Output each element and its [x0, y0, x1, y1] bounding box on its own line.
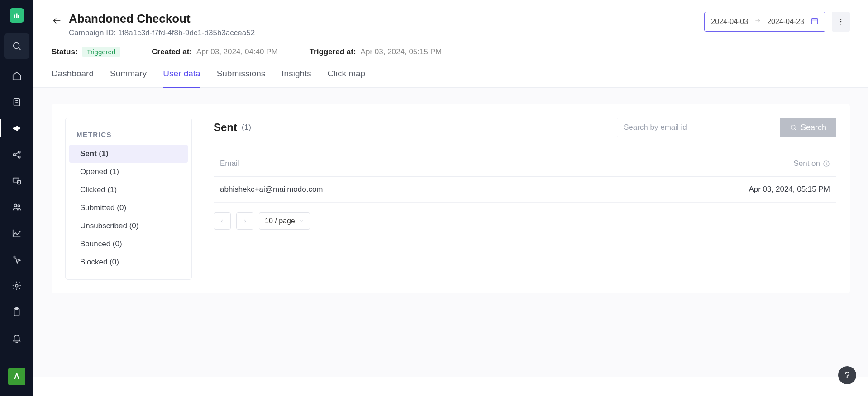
svg-point-30: [791, 125, 795, 129]
metric-unsubscribed[interactable]: Unsubscribed (0): [69, 217, 188, 235]
arrow-left-icon: [52, 16, 62, 26]
sent-panel: Sent (1) Search Email: [214, 118, 836, 280]
tab-dashboard[interactable]: Dashboard: [52, 69, 94, 87]
metric-sent[interactable]: Sent (1): [69, 145, 188, 163]
tabs: Dashboard Summary User data Submissions …: [33, 57, 868, 88]
triggered-value: Apr 03, 2024, 05:15 PM: [361, 47, 442, 57]
metric-bounced[interactable]: Bounced (0): [69, 235, 188, 253]
status-badge: Triggered: [82, 47, 120, 57]
prev-page-button[interactable]: [214, 212, 231, 230]
user-avatar[interactable]: A: [8, 368, 25, 385]
nav-notifications[interactable]: [4, 331, 29, 345]
user-data-panel: METRICS Sent (1) Opened (1) Clicked (1) …: [52, 104, 850, 293]
page-title: Abandoned Checkout: [69, 12, 255, 26]
date-range-picker[interactable]: 2024-04-03 2024-04-23: [704, 12, 825, 32]
date-range-start: 2024-04-03: [711, 18, 748, 26]
metric-opened[interactable]: Opened (1): [69, 163, 188, 181]
svg-point-27: [840, 19, 842, 20]
metric-clicked[interactable]: Clicked (1): [69, 181, 188, 199]
email-search: Search: [617, 118, 836, 137]
nav-forms[interactable]: [4, 174, 29, 188]
nav-automation[interactable]: [4, 252, 29, 267]
help-button[interactable]: ?: [838, 366, 856, 384]
row-email: abhishekc+ai@mailmodo.com: [220, 185, 323, 194]
svg-line-12: [15, 152, 18, 154]
tab-submissions[interactable]: Submissions: [217, 69, 266, 87]
svg-point-17: [18, 205, 20, 207]
sidebar: A: [0, 0, 33, 396]
nav-home[interactable]: [4, 69, 29, 83]
metrics-heading: METRICS: [66, 126, 191, 145]
campaign-id-value: 1f8a1c3d-f7fd-4f8b-9dc1-d35b3accea52: [118, 28, 255, 37]
calendar-icon: [811, 17, 819, 27]
device-icon: [12, 176, 22, 186]
nav-tasks[interactable]: [4, 305, 29, 319]
svg-point-28: [840, 21, 842, 23]
cursor-sparkle-icon: [12, 255, 22, 264]
chevron-right-icon: [242, 218, 248, 224]
table-header: Email Sent on: [214, 151, 836, 177]
svg-line-13: [15, 155, 18, 157]
sent-title: Sent: [214, 121, 237, 134]
campaign-id-label: Campaign ID:: [69, 28, 116, 37]
sidebar-search-button[interactable]: [4, 33, 29, 59]
bar-chart-icon: [13, 11, 21, 19]
created-value: Apr 03, 2024, 04:40 PM: [196, 47, 278, 57]
status-row: Status: Triggered Created at: Apr 03, 20…: [33, 38, 868, 57]
users-icon: [12, 202, 22, 212]
home-icon: [12, 71, 22, 81]
metric-submitted[interactable]: Submitted (0): [69, 199, 188, 217]
svg-point-29: [840, 24, 842, 25]
page-header: Abandoned Checkout Campaign ID: 1f8a1c3d…: [33, 0, 868, 38]
gear-icon: [12, 281, 22, 291]
col-email: Email: [220, 159, 239, 168]
svg-point-34: [826, 162, 826, 162]
tab-summary[interactable]: Summary: [110, 69, 147, 87]
chevron-down-icon: [299, 217, 304, 225]
nav-templates[interactable]: [4, 95, 29, 109]
svg-rect-23: [811, 19, 818, 24]
nav-contacts[interactable]: [4, 200, 29, 214]
document-icon: [12, 97, 22, 107]
table-row: abhishekc+ai@mailmodo.com Apr 03, 2024, …: [214, 177, 836, 203]
nav-campaigns[interactable]: [4, 121, 29, 136]
tab-click-map[interactable]: Click map: [328, 69, 365, 87]
app-logo[interactable]: [10, 8, 24, 23]
svg-point-16: [14, 204, 17, 207]
back-button[interactable]: [52, 15, 62, 26]
svg-rect-2: [18, 15, 19, 18]
nav-analytics[interactable]: [4, 226, 29, 240]
search-input[interactable]: [617, 118, 780, 137]
search-button[interactable]: Search: [780, 118, 836, 137]
tab-user-data[interactable]: User data: [163, 69, 200, 88]
next-page-button[interactable]: [236, 212, 253, 230]
page-size-select[interactable]: 10 / page: [259, 212, 310, 230]
megaphone-icon: [12, 123, 22, 133]
svg-rect-0: [14, 15, 15, 19]
campaign-id-line: Campaign ID: 1f8a1c3d-f7fd-4f8b-9dc1-d35…: [69, 28, 255, 38]
status-label: Status:: [52, 47, 78, 57]
info-icon[interactable]: [823, 160, 830, 167]
nav-settings[interactable]: [4, 278, 29, 293]
tab-insights[interactable]: Insights: [281, 69, 311, 87]
kebab-icon: [837, 18, 845, 26]
nav-integrations[interactable]: [4, 147, 29, 162]
arrow-right-icon: [754, 18, 761, 26]
share-icon: [12, 150, 22, 160]
created-label: Created at:: [152, 47, 192, 57]
main-content: Abandoned Checkout Campaign ID: 1f8a1c3d…: [33, 0, 868, 396]
search-icon: [790, 124, 797, 131]
triggered-label: Triggered at:: [310, 47, 356, 57]
svg-point-8: [18, 127, 20, 130]
sidebar-nav: [4, 69, 29, 345]
bell-icon: [12, 333, 22, 343]
metric-blocked[interactable]: Blocked (0): [69, 253, 188, 271]
metrics-card: METRICS Sent (1) Opened (1) Clicked (1) …: [65, 118, 192, 280]
svg-point-3: [14, 43, 19, 49]
content-area: METRICS Sent (1) Opened (1) Clicked (1) …: [33, 88, 868, 377]
chart-line-icon: [12, 228, 22, 238]
more-actions-button[interactable]: [832, 12, 850, 32]
search-icon: [12, 41, 22, 51]
col-sent-on: Sent on: [793, 159, 820, 168]
sent-table: Email Sent on abhishekc+ai@mailmodo.com …: [214, 151, 836, 203]
